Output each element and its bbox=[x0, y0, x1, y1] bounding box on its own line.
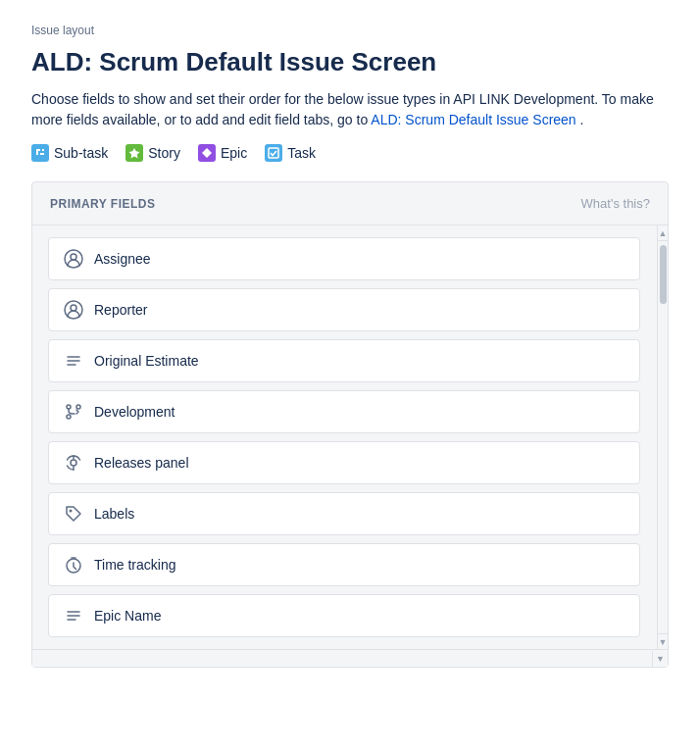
svg-marker-1 bbox=[202, 148, 212, 158]
time-tracking-icon bbox=[63, 554, 84, 576]
subtask-icon bbox=[31, 144, 49, 162]
time-tracking-label: Time tracking bbox=[94, 557, 176, 573]
issue-types-bar: Sub-task Story Epic bbox=[31, 144, 669, 162]
releases-panel-icon bbox=[63, 452, 84, 474]
subtask-label: Sub-task bbox=[54, 145, 108, 161]
breadcrumb: Issue layout bbox=[31, 24, 669, 37]
field-item-development[interactable]: Development bbox=[48, 390, 640, 433]
panel-header-title: PRIMARY FIELDS bbox=[50, 197, 155, 211]
panel-header: PRIMARY FIELDS What's this? bbox=[32, 182, 668, 225]
issue-type-task[interactable]: Task bbox=[265, 144, 316, 162]
issue-type-epic[interactable]: Epic bbox=[198, 144, 247, 162]
development-label: Development bbox=[94, 404, 175, 420]
bottom-scroll-arrow[interactable]: ▼ bbox=[652, 651, 668, 667]
field-item-original-estimate[interactable]: Original Estimate bbox=[48, 339, 640, 382]
svg-point-14 bbox=[70, 510, 73, 513]
development-icon bbox=[63, 401, 84, 423]
task-label: Task bbox=[287, 145, 316, 161]
svg-point-13 bbox=[71, 460, 76, 466]
svg-marker-0 bbox=[129, 148, 140, 159]
field-item-assignee[interactable]: Assignee bbox=[48, 237, 640, 280]
svg-point-11 bbox=[76, 405, 80, 409]
reporter-icon bbox=[63, 299, 84, 321]
assignee-label: Assignee bbox=[94, 251, 151, 267]
description: Choose fields to show and set their orde… bbox=[31, 89, 669, 130]
task-icon bbox=[265, 144, 282, 162]
svg-rect-2 bbox=[269, 148, 278, 158]
field-item-releases-panel[interactable]: Releases panel bbox=[48, 441, 640, 484]
primary-fields-panel: PRIMARY FIELDS What's this? Assignee bbox=[31, 181, 669, 668]
reporter-label: Reporter bbox=[94, 302, 147, 318]
original-estimate-label: Original Estimate bbox=[94, 353, 199, 369]
scroll-up-arrow[interactable]: ▲ bbox=[658, 225, 668, 241]
description-text2: . bbox=[580, 112, 584, 127]
field-item-labels[interactable]: Labels bbox=[48, 492, 640, 535]
scroll-down-arrow[interactable]: ▼ bbox=[658, 633, 668, 649]
issue-type-story[interactable]: Story bbox=[125, 144, 180, 162]
story-label: Story bbox=[148, 145, 180, 161]
story-icon bbox=[125, 144, 143, 162]
epic-name-icon bbox=[63, 605, 84, 626]
scrollbar-thumb[interactable] bbox=[660, 245, 667, 304]
whats-this-link[interactable]: What's this? bbox=[581, 196, 650, 211]
original-estimate-icon bbox=[63, 350, 84, 372]
labels-label: Labels bbox=[94, 506, 134, 522]
svg-point-6 bbox=[71, 305, 76, 311]
epic-name-label: Epic Name bbox=[94, 608, 161, 624]
scrollbar[interactable]: ▲ ▼ bbox=[657, 225, 668, 649]
page-container: Issue layout ALD: Scrum Default Issue Sc… bbox=[0, 0, 700, 691]
assignee-icon bbox=[63, 248, 84, 270]
page-title: ALD: Scrum Default Issue Screen bbox=[31, 47, 669, 77]
fields-list: Assignee Reporter bbox=[32, 225, 656, 649]
bottom-bar: ▼ bbox=[32, 649, 668, 667]
svg-point-12 bbox=[67, 415, 71, 419]
field-item-time-tracking[interactable]: Time tracking bbox=[48, 543, 640, 586]
svg-point-4 bbox=[71, 254, 76, 260]
labels-icon bbox=[63, 503, 84, 525]
epic-label: Epic bbox=[221, 145, 247, 161]
issue-type-subtask[interactable]: Sub-task bbox=[31, 144, 108, 162]
field-item-epic-name[interactable]: Epic Name bbox=[48, 594, 640, 637]
releases-panel-label: Releases panel bbox=[94, 455, 189, 471]
description-link[interactable]: ALD: Scrum Default Issue Screen bbox=[371, 112, 575, 127]
field-item-reporter[interactable]: Reporter bbox=[48, 288, 640, 331]
epic-icon bbox=[198, 144, 216, 162]
